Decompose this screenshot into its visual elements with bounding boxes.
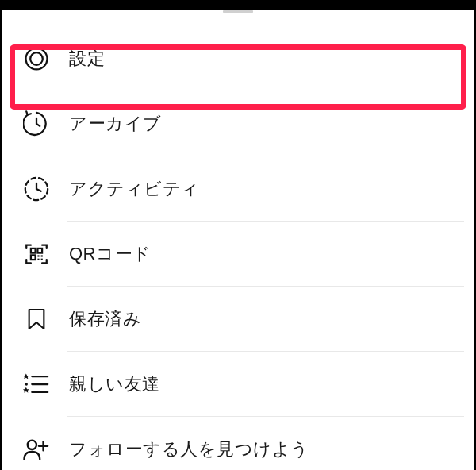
menu-label: QRコード — [69, 242, 152, 266]
menu-item-activity[interactable]: アクティビティ — [2, 156, 474, 222]
menu-item-close-friends[interactable]: 親しい友達 — [2, 352, 474, 417]
discover-icon — [20, 433, 53, 466]
svg-point-17 — [28, 441, 36, 449]
menu-label: 設定 — [69, 47, 105, 71]
menu-item-archive[interactable]: アーカイブ — [2, 91, 474, 156]
svg-rect-4 — [37, 248, 42, 253]
menu-list: 設定 アーカイブ アクティビティ — [2, 26, 474, 470]
menu-label: アクティビティ — [69, 177, 200, 201]
qrcode-icon — [20, 237, 53, 271]
svg-rect-9 — [41, 259, 43, 260]
svg-marker-10 — [29, 310, 44, 329]
settings-icon — [20, 42, 53, 75]
bottom-sheet: 設定 アーカイブ アクティビティ — [2, 10, 474, 470]
archive-icon — [20, 107, 53, 141]
svg-point-0 — [26, 48, 48, 70]
svg-point-14 — [25, 383, 28, 385]
svg-rect-8 — [37, 259, 39, 260]
svg-point-1 — [30, 52, 43, 65]
svg-rect-6 — [37, 255, 39, 256]
menu-item-qrcode[interactable]: QRコード — [2, 222, 474, 287]
menu-item-saved[interactable]: 保存済み — [2, 287, 474, 352]
svg-rect-5 — [31, 255, 36, 260]
menu-label: 親しい友達 — [69, 372, 160, 396]
svg-rect-3 — [31, 248, 36, 253]
sheet-grabber[interactable] — [223, 10, 253, 13]
activity-icon — [20, 172, 53, 206]
menu-label: 保存済み — [69, 307, 141, 331]
menu-item-settings[interactable]: 設定 — [2, 26, 474, 91]
menu-label: フォローする人を見つけよう — [69, 437, 309, 461]
saved-icon — [20, 302, 53, 336]
close-friends-icon — [20, 368, 53, 401]
menu-item-discover[interactable]: フォローする人を見つけよう — [2, 417, 474, 470]
svg-rect-7 — [41, 255, 43, 256]
menu-label: アーカイブ — [69, 112, 162, 136]
